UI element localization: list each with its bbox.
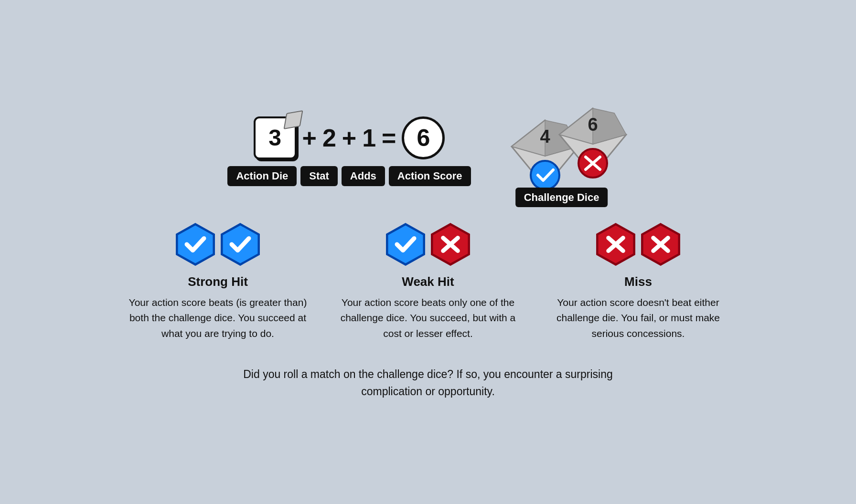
weak-hit-icons <box>384 223 472 266</box>
adds-number: 1 <box>362 124 376 152</box>
svg-marker-13 <box>222 224 258 265</box>
strong-hit-icon-2 <box>219 223 262 266</box>
svg-point-4 <box>531 161 559 189</box>
score-number: 6 <box>417 124 430 152</box>
miss-icon-1 <box>594 223 637 266</box>
svg-text:4: 4 <box>540 126 550 147</box>
svg-text:6: 6 <box>588 115 598 135</box>
challenge-dice-svg: 4 6 <box>495 104 629 199</box>
svg-marker-14 <box>387 224 424 265</box>
action-die-cube: 3 <box>254 116 297 159</box>
strong-hit-desc: Your action score beats (is greater than… <box>127 295 309 342</box>
outcomes-row: Strong Hit Your action score beats (is g… <box>94 223 762 342</box>
die-number: 3 <box>268 125 281 151</box>
operator-plus-1: + <box>302 124 317 152</box>
weak-hit-desc: Your action score beats only one of the … <box>337 295 519 342</box>
weak-hit-icon-1 <box>384 223 427 266</box>
footer-text: Did you roll a match on the challenge di… <box>213 366 643 401</box>
formula-left: 3 + 2 + 1 = 6 Action Die Stat Adds Actio… <box>227 116 471 186</box>
miss-icon-2 <box>639 223 682 266</box>
action-score-label: Action Score <box>389 166 471 186</box>
outcome-weak-hit: Weak Hit Your action score beats only on… <box>337 223 519 342</box>
weak-hit-icon-2 <box>429 223 472 266</box>
svg-marker-12 <box>177 224 214 265</box>
action-score-circle: 6 <box>402 116 445 159</box>
strong-hit-title: Strong Hit <box>188 274 248 289</box>
challenge-dice-visual: 4 6 <box>495 104 629 199</box>
stat-number: 2 <box>322 124 336 152</box>
equals-sign: = <box>382 124 396 152</box>
formula-row: 3 + 2 + 1 = 6 <box>254 116 445 159</box>
stat-label: Stat <box>300 166 338 186</box>
formula-section: 3 + 2 + 1 = 6 Action Die Stat Adds Actio… <box>227 104 628 199</box>
strong-hit-icons <box>174 223 262 266</box>
miss-icons <box>594 223 682 266</box>
action-die-label: Action Die <box>227 166 297 186</box>
operator-plus-2: + <box>342 124 356 152</box>
weak-hit-title: Weak Hit <box>402 274 454 289</box>
outcome-strong-hit: Strong Hit Your action score beats (is g… <box>127 223 309 342</box>
strong-hit-icon-1 <box>174 223 217 266</box>
labels-row: Action Die Stat Adds Action Score <box>227 166 471 186</box>
miss-title: Miss <box>624 274 652 289</box>
outcome-miss: Miss Your action score doesn't beat eith… <box>547 223 729 342</box>
challenge-dice-label: Challenge Dice <box>515 188 608 207</box>
adds-label: Adds <box>342 166 385 186</box>
miss-desc: Your action score doesn't beat either ch… <box>547 295 729 342</box>
formula-area: 3 + 2 + 1 = 6 Action Die Stat Adds Actio… <box>227 104 628 199</box>
